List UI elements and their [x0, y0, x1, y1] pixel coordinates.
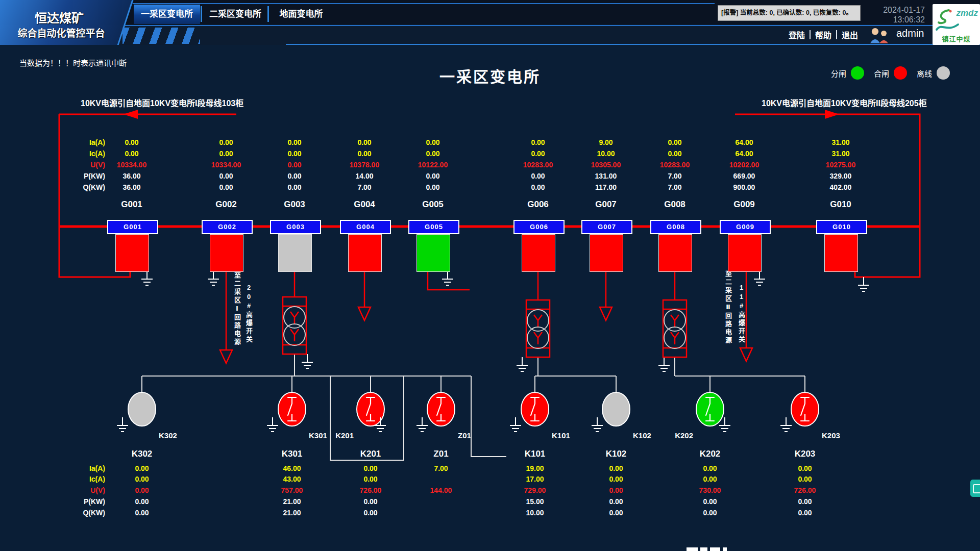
lower-loop-cables — [330, 376, 506, 460]
login-link[interactable]: 登陆 — [789, 29, 805, 41]
arrow-g009 — [740, 348, 752, 361]
link-separator — [810, 30, 811, 39]
arrow-g004 — [358, 307, 371, 320]
arrow-g002 — [220, 350, 232, 363]
help-link[interactable]: 帮助 — [815, 29, 831, 41]
tab-substation-area1[interactable]: 一采区变电所 — [134, 5, 200, 24]
breaker-block-G001[interactable] — [115, 234, 149, 272]
breaker-block-G007[interactable] — [590, 234, 623, 272]
mid-distribution-cables — [535, 357, 616, 393]
breaker-block-G004[interactable] — [348, 234, 382, 272]
breaker-box-G005[interactable]: G005 — [408, 220, 459, 234]
ground-icon — [302, 354, 313, 368]
breaker-block-G005[interactable] — [416, 234, 450, 272]
tool-icon — [973, 484, 980, 493]
breaker-box-G004[interactable]: G004 — [340, 220, 391, 234]
single-line-diagram — [0, 0, 980, 551]
header-mid-line — [117, 25, 980, 26]
ground-icon — [858, 277, 869, 291]
tab-separator — [267, 6, 269, 22]
logo-company-name: 镇江中煤 — [933, 34, 980, 43]
feeder-switch-K302[interactable] — [128, 392, 156, 426]
scada-screen: Ia(A)Ic(A)U(V)P(KW)Q(KW)Ia(A)Ic(A)U(V)P(… — [0, 0, 980, 551]
breaker-box-G009[interactable]: G009 — [720, 220, 771, 234]
right-feed-arrowhead — [825, 110, 839, 119]
ground-icon — [517, 357, 528, 371]
breaker-box-G007[interactable]: G007 — [581, 220, 632, 234]
tab-substation-surface[interactable]: 地面变电所 — [270, 5, 333, 24]
datetime: 2024-01-17 13:06:32 — [862, 5, 925, 24]
breaker-box-G002[interactable]: G002 — [202, 220, 253, 234]
breaker-block-G008[interactable] — [658, 234, 692, 272]
ground-icon — [510, 417, 521, 432]
left-feed-arrowhead — [124, 110, 138, 119]
ground-icon — [442, 271, 453, 285]
wye-glyph — [290, 312, 299, 324]
wye-glyph — [534, 315, 542, 327]
ground-icon — [117, 417, 128, 432]
header: 恒达煤矿 综合自动化管控平台 一采区变电所 二采区变电所 地面变电所 [报警] … — [0, 0, 980, 45]
company-logo: zmdz 镇江中煤 — [933, 4, 980, 45]
wye-glyph — [671, 315, 679, 327]
wye-glyph — [534, 332, 542, 344]
logout-link[interactable]: 退出 — [842, 29, 858, 41]
tabbar-top-line — [128, 3, 715, 4]
floating-tool-widget[interactable] — [970, 480, 980, 497]
current-user[interactable]: admin — [896, 28, 932, 39]
breaker-box-G008[interactable]: G008 — [650, 220, 701, 234]
brand-line1: 恒达煤矿 — [0, 8, 118, 26]
alarm-status-bar[interactable]: [报警] 当前总数: 0, 已确认数: 0, 已恢复数: 0。 — [718, 5, 861, 21]
feeder-switch-K102[interactable] — [602, 392, 630, 426]
breaker-box-G001[interactable]: G001 — [107, 220, 158, 234]
ground-icon — [141, 271, 153, 285]
breaker-block-G010[interactable] — [824, 234, 858, 272]
breaker-box-G006[interactable]: G006 — [513, 220, 565, 234]
session-links: 登陆 帮助 退出 — [789, 29, 858, 41]
ground-icon — [416, 417, 428, 432]
wye-glyph — [671, 332, 679, 344]
brand-panel: 恒达煤矿 综合自动化管控平台 — [0, 0, 134, 45]
breaker-box-G010[interactable]: G010 — [816, 220, 867, 234]
time-text: 13:06:32 — [862, 15, 925, 24]
ground-icon — [208, 271, 219, 285]
tab-separator — [201, 6, 202, 22]
header-bottom-line — [286, 44, 980, 45]
ground-icon — [754, 271, 765, 285]
link-separator — [836, 30, 837, 39]
red-bus-lines — [59, 114, 920, 363]
arrow-g007 — [600, 307, 612, 320]
hazard-stripes-decoration — [122, 28, 200, 44]
breaker-block-G002[interactable] — [210, 234, 243, 272]
ground-icon — [592, 417, 603, 432]
breaker-block-G009[interactable] — [728, 234, 762, 272]
date-text: 2024-01-17 — [862, 5, 925, 15]
ground-icon — [267, 417, 278, 432]
breaker-block-G006[interactable] — [522, 234, 555, 272]
right-distribution-cables — [675, 357, 805, 393]
breaker-block-G003[interactable] — [278, 234, 312, 272]
wye-glyph — [290, 329, 299, 341]
tab-substation-area2[interactable]: 二采区变电所 — [203, 5, 267, 24]
breaker-box-G003[interactable]: G003 — [270, 220, 321, 234]
brand-line2: 综合自动化管控平台 — [0, 26, 122, 39]
logo-abbr: zmdz — [957, 8, 978, 18]
ground-icon — [780, 417, 792, 432]
ground-icon — [658, 357, 670, 371]
users-icon — [868, 27, 891, 44]
left-distribution-cables — [142, 354, 471, 393]
